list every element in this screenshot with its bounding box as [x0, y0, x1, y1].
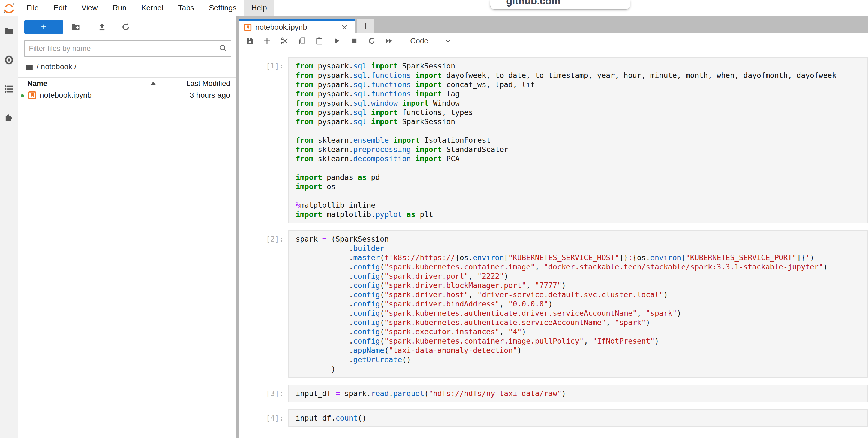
new-folder-icon[interactable]: [71, 22, 81, 32]
code-cell-editor[interactable]: spark = (SparkSession .builder .master(f…: [288, 230, 868, 378]
notebook-scroll-area[interactable]: [1]:from pyspark.sql import SparkSession…: [240, 49, 868, 438]
menu-kernel[interactable]: Kernel: [134, 0, 171, 16]
code-line: .appName("taxi-data-anomaly-detection"): [296, 346, 860, 355]
notebook-tab-icon: [244, 23, 252, 31]
code-line: spark = (SparkSession: [296, 234, 860, 244]
refresh-icon[interactable]: [121, 22, 130, 32]
code-line: from pyspark.sql import SparkSession: [296, 61, 860, 71]
breadcrumb[interactable]: / notebook /: [18, 62, 236, 73]
code-line: .config("spark.kubernetes.container.imag…: [296, 337, 860, 346]
menu-view[interactable]: View: [74, 0, 105, 16]
filter-files-input[interactable]: [28, 42, 215, 55]
column-divider: [162, 78, 163, 89]
cell-input-prompt: [3]:: [240, 385, 284, 402]
file-browser-panel: + / notebook / Name: [18, 17, 236, 438]
file-row[interactable]: notebook.ipynb 3 hours ago: [18, 89, 236, 101]
cell-input-prompt: [4]:: [240, 409, 284, 427]
code-line: import pandas as pd: [296, 173, 860, 182]
main-dock-panel: notebook.ipynb + Code [1]:from pyspark.s…: [240, 17, 868, 438]
menu-bar: FileEditViewRunKernelTabsSettingsHelp: [0, 0, 868, 17]
run-icon[interactable]: [333, 37, 341, 45]
menu-run[interactable]: Run: [105, 0, 134, 16]
menu-help[interactable]: Help: [244, 0, 274, 16]
breadcrumb-path: / notebook /: [36, 62, 76, 71]
code-line: from pyspark.sql import functions, types: [296, 108, 860, 117]
code-line: .builder: [296, 244, 860, 253]
jupyterlab-window: FileEditViewRunKernelTabsSettingsHelp gi…: [0, 0, 868, 438]
code-line: from pyspark.sql.window import Window: [296, 98, 860, 108]
file-name: notebook.ipynb: [40, 91, 92, 99]
restart-kernel-icon[interactable]: [368, 37, 376, 45]
code-line: from pyspark.sql import SparkSession: [296, 117, 860, 126]
activity-bar: [0, 17, 18, 438]
code-line: from sklearn.preprocessing import Standa…: [296, 145, 860, 154]
code-line: [296, 191, 860, 201]
close-tab-icon[interactable]: [341, 24, 348, 31]
cell-type-dropdown[interactable]: Code: [410, 36, 428, 45]
extensions-icon[interactable]: [4, 112, 14, 123]
code-line: .config("spark.driver.host", "driver-ser…: [296, 290, 860, 299]
copy-cells-icon[interactable]: [298, 37, 306, 45]
code-cell-editor[interactable]: input_df = spark.read.parquet("hdfs://hd…: [288, 385, 868, 402]
cell-output-value: 12106669: [288, 434, 339, 438]
code-cell-editor[interactable]: from pyspark.sql import SparkSessionfrom…: [288, 57, 868, 223]
code-line: %matplotlib inline: [296, 201, 860, 210]
cell-input-prompt: [1]:: [240, 57, 284, 223]
new-tab-button[interactable]: +: [357, 19, 374, 33]
code-line: .config("spark.executor.instances", "4"): [296, 327, 860, 337]
notebook-file-icon: [28, 91, 36, 99]
paste-cells-icon[interactable]: [315, 37, 323, 45]
code-line: .config("spark.kubernetes.container.imag…: [296, 262, 860, 271]
home-folder-icon[interactable]: [25, 63, 34, 71]
stop-icon[interactable]: [350, 37, 358, 45]
tab-title: notebook.ipynb: [255, 23, 307, 32]
notebook-toolbar: Code: [240, 33, 868, 49]
browser-link-popup: github.com: [490, 0, 630, 9]
code-line: .config("spark.driver.bindAddress", "0.0…: [296, 299, 860, 309]
code-line: from pyspark.sql.functions import dayofw…: [296, 71, 860, 80]
code-line: from pyspark.sql.functions import concat…: [296, 80, 860, 89]
code-line: .config("spark.driver.port", "2222"): [296, 271, 860, 281]
upload-icon[interactable]: [97, 22, 106, 32]
code-line: input_df = spark.read.parquet("hdfs://hd…: [296, 389, 860, 398]
code-line: .master(f'k8s://https://{os.environ["KUB…: [296, 253, 860, 262]
code-cell-row: [4]:input_df.count(): [240, 409, 868, 427]
new-launcher-button[interactable]: +: [24, 21, 63, 34]
code-line: import os: [296, 182, 860, 191]
code-line: .config("spark.kubernetes.authenticate.d…: [296, 309, 860, 318]
code-line: from sklearn.decomposition import PCA: [296, 154, 860, 164]
code-line: [296, 164, 860, 173]
code-line: ): [296, 364, 860, 374]
tab-notebook[interactable]: notebook.ipynb: [240, 19, 355, 35]
file-modified: 3 hours ago: [190, 91, 230, 99]
code-line: .config("spark.driver.blockManager.port"…: [296, 281, 860, 290]
save-icon[interactable]: [245, 37, 254, 45]
column-name[interactable]: Name: [27, 80, 48, 88]
panel-splitter[interactable]: [236, 17, 240, 438]
code-line: [296, 126, 860, 136]
running-kernels-icon[interactable]: [4, 55, 14, 65]
cell-output-prompt: [4]:: [240, 434, 284, 438]
menu-file[interactable]: File: [19, 0, 46, 16]
file-list-header: Name Last Modified: [18, 77, 236, 89]
running-indicator-dot: [21, 94, 24, 97]
code-line: input_df.count(): [296, 413, 860, 423]
file-browser-icon[interactable]: [4, 26, 14, 36]
table-of-contents-icon[interactable]: [4, 84, 14, 94]
code-line: from pyspark.sql.functions import lag: [296, 89, 860, 98]
code-line: .config("spark.kubernetes.authenticate.s…: [296, 318, 860, 327]
jupyter-logo-icon: [3, 2, 15, 15]
code-line: .getOrCreate(): [296, 355, 860, 364]
chevron-down-icon[interactable]: [445, 38, 451, 44]
cell-input-prompt: [2]:: [240, 230, 284, 378]
file-browser-toolbar: +: [18, 17, 236, 40]
code-cell-editor[interactable]: input_df.count(): [288, 409, 868, 427]
cut-cells-icon[interactable]: [280, 37, 288, 45]
sort-ascending-icon: [150, 82, 156, 85]
column-last-modified[interactable]: Last Modified: [186, 80, 230, 88]
menu-edit[interactable]: Edit: [46, 0, 74, 16]
menu-tabs[interactable]: Tabs: [171, 0, 202, 16]
run-all-icon[interactable]: [385, 37, 393, 45]
insert-cell-icon[interactable]: [263, 37, 271, 45]
menu-settings[interactable]: Settings: [202, 0, 244, 16]
